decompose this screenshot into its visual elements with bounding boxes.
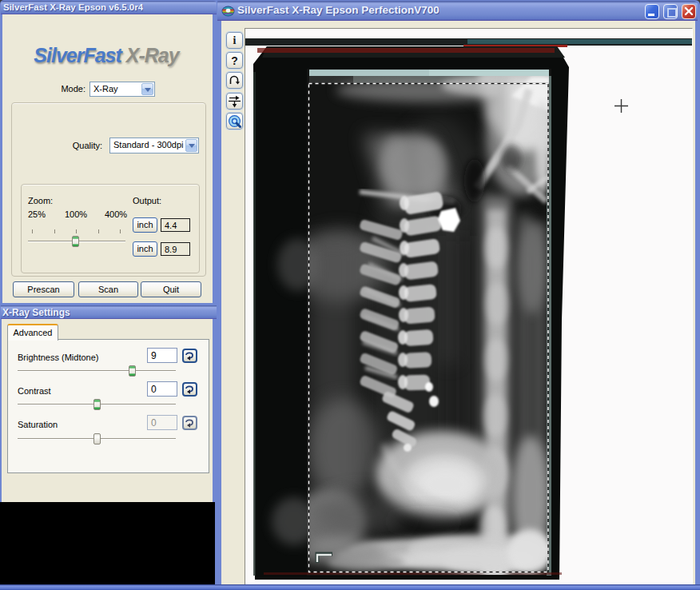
svg-text:?: ?	[231, 54, 238, 67]
svg-text:i: i	[233, 34, 237, 46]
